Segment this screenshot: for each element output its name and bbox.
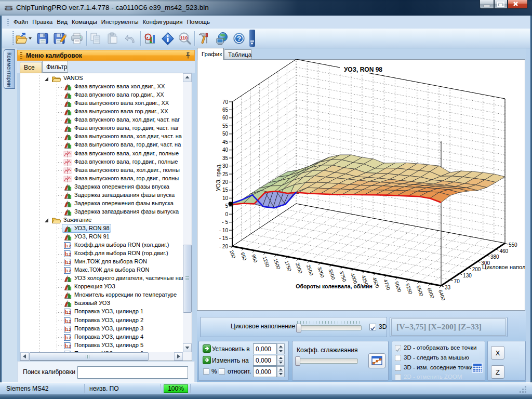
svg-text:380: 380	[490, 254, 499, 260]
svg-text:130: 130	[463, 273, 472, 278]
svg-text:?: ?	[237, 35, 241, 43]
svg-text:2000: 2000	[295, 262, 303, 274]
svg-text:15: 15	[222, 187, 229, 193]
svg-text:30: 30	[222, 163, 229, 169]
svg-text:1750: 1750	[284, 260, 292, 272]
svg-text:1.2: 1.2	[66, 311, 71, 314]
svg-text:- 20: - 20	[219, 244, 229, 249]
svg-text:1.2: 1.2	[66, 244, 71, 248]
svg-text:200: 200	[472, 267, 481, 272]
svg-text:1250: 1250	[262, 256, 271, 268]
svg-text:550: 550	[509, 242, 517, 248]
svg-text:40: 40	[222, 147, 229, 153]
svg-text:УОЗ, RON 98: УОЗ, RON 98	[344, 66, 382, 73]
svg-text:70: 70	[454, 278, 460, 284]
svg-text:60: 60	[222, 115, 229, 121]
svg-text:5000: 5000	[394, 281, 403, 293]
svg-text:1.2: 1.2	[66, 269, 71, 273]
svg-text:110: 110	[180, 35, 188, 41]
svg-text:3750: 3750	[339, 270, 348, 283]
svg-text:УОЗ, град.: УОЗ, град.	[215, 163, 221, 191]
svg-text:1.2: 1.2	[66, 252, 71, 256]
svg-text:1500: 1500	[273, 258, 282, 270]
svg-text:35: 35	[222, 155, 229, 161]
svg-text:3500: 3500	[328, 268, 337, 281]
svg-text:5: 5	[225, 203, 228, 209]
svg-text:4500: 4500	[371, 276, 380, 289]
svg-text:4750: 4750	[382, 278, 391, 291]
svg-text:1.2: 1.2	[66, 344, 71, 348]
svg-text:25: 25	[222, 171, 229, 177]
svg-text:Цикловое наполнение: Цикловое наполнение	[482, 264, 525, 270]
svg-text:460: 460	[499, 248, 508, 254]
svg-text:50: 50	[222, 131, 229, 137]
svg-text:65: 65	[222, 107, 229, 113]
svg-text:3000: 3000	[316, 266, 325, 278]
svg-text:1.2: 1.2	[66, 319, 71, 323]
svg-text:70: 70	[222, 99, 229, 105]
svg-text:1.2: 1.2	[66, 261, 71, 264]
svg-text:1.2: 1.2	[66, 327, 71, 331]
svg-text:6400: 6400	[437, 289, 446, 301]
svg-text:- 5: - 5	[222, 219, 228, 225]
svg-text:Обороты коленвала, об/мин: Обороты коленвала, об/мин	[296, 283, 373, 289]
svg-text:2500: 2500	[305, 264, 314, 276]
svg-text:6000: 6000	[427, 287, 435, 299]
svg-text:10: 10	[222, 195, 229, 201]
svg-text:200: 200	[229, 249, 237, 259]
svg-text:5250: 5250	[405, 283, 414, 295]
svg-text:33: 33	[445, 285, 451, 290]
svg-text:0: 0	[225, 211, 228, 217]
svg-text:20: 20	[222, 179, 229, 185]
svg-text:900: 900	[250, 254, 259, 263]
svg-text:45: 45	[222, 139, 229, 145]
svg-text:- 15: - 15	[219, 235, 229, 241]
svg-text:5500: 5500	[416, 285, 424, 297]
svg-text:650: 650	[240, 251, 248, 261]
svg-text:1.2: 1.2	[66, 336, 71, 339]
svg-text:- 10: - 10	[219, 228, 229, 233]
svg-text:55: 55	[222, 123, 229, 129]
